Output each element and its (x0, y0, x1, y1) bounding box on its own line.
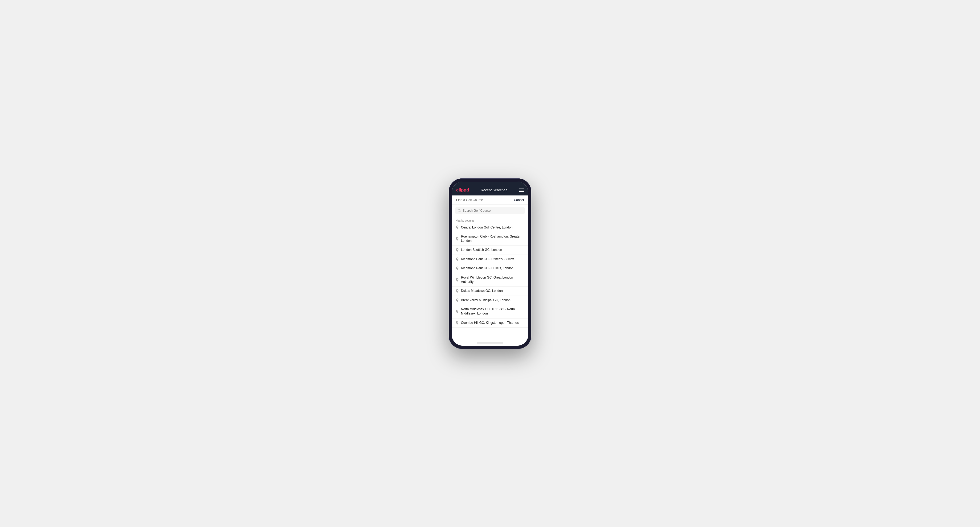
home-indicator (452, 341, 528, 346)
phone-screen: clippd Recent Searches Find a Golf Cours… (452, 182, 528, 346)
course-name-9: Coombe Hill GC, Kingston upon Thames (461, 321, 519, 325)
course-item-8[interactable]: North Middlesex GC (1011942 - North Midd… (452, 305, 528, 318)
course-name-7: Brent Valley Municipal GC, London (461, 298, 511, 303)
search-input-wrapper (455, 207, 525, 214)
pin-icon-9 (456, 321, 459, 325)
cancel-button[interactable]: Cancel (514, 198, 524, 202)
course-name-4: Richmond Park GC - Duke's, London (461, 266, 514, 271)
course-name-1: Roehampton Club - Roehampton, Greater Lo… (461, 235, 524, 243)
search-input[interactable] (463, 209, 522, 213)
menu-line-2 (519, 190, 524, 190)
pin-icon-7 (456, 298, 459, 302)
svg-line-1 (460, 211, 461, 212)
nearby-section: Nearby courses Central London Golf Centr… (452, 217, 528, 341)
course-item-2[interactable]: London Scottish GC, London (452, 246, 528, 255)
pin-icon-3 (456, 257, 459, 261)
course-name-3: Richmond Park GC - Prince's, Surrey (461, 257, 514, 262)
course-name-5: Royal Wimbledon GC, Great London Authori… (461, 276, 524, 284)
course-item-4[interactable]: Richmond Park GC - Duke's, London (452, 264, 528, 273)
home-bar (477, 343, 503, 343)
app-header: clippd Recent Searches (452, 185, 528, 195)
course-name-6: Dukes Meadows GC, London (461, 289, 503, 293)
status-bar (452, 182, 528, 185)
pin-icon-0 (456, 225, 459, 229)
menu-line-3 (519, 191, 524, 192)
course-item-0[interactable]: Central London Golf Centre, London (452, 223, 528, 232)
course-name-0: Central London Golf Centre, London (461, 225, 512, 230)
nearby-section-label: Nearby courses (452, 217, 528, 223)
pin-icon-2 (456, 248, 459, 252)
course-item-9[interactable]: Coombe Hill GC, Kingston upon Thames (452, 319, 528, 328)
find-bar: Find a Golf Course Cancel (452, 195, 528, 205)
pin-icon-5 (456, 278, 459, 282)
course-item-7[interactable]: Brent Valley Municipal GC, London (452, 296, 528, 305)
course-item-6[interactable]: Dukes Meadows GC, London (452, 287, 528, 296)
course-item-3[interactable]: Richmond Park GC - Prince's, Surrey (452, 255, 528, 264)
pin-icon-4 (456, 267, 459, 270)
menu-line-1 (519, 189, 524, 189)
pin-icon-8 (456, 310, 459, 313)
menu-icon[interactable] (519, 189, 524, 192)
course-item-5[interactable]: Royal Wimbledon GC, Great London Authori… (452, 273, 528, 287)
pin-icon-1 (456, 237, 459, 241)
find-bar-label: Find a Golf Course (456, 198, 483, 202)
course-name-2: London Scottish GC, London (461, 248, 502, 252)
search-icon (458, 209, 461, 212)
header-title: Recent Searches (480, 188, 508, 192)
phone-device: clippd Recent Searches Find a Golf Cours… (449, 178, 531, 349)
course-name-8: North Middlesex GC (1011942 - North Midd… (461, 307, 524, 316)
search-container (452, 205, 528, 217)
pin-icon-6 (456, 289, 459, 293)
app-logo: clippd (456, 187, 469, 193)
course-item-1[interactable]: Roehampton Club - Roehampton, Greater Lo… (452, 232, 528, 246)
